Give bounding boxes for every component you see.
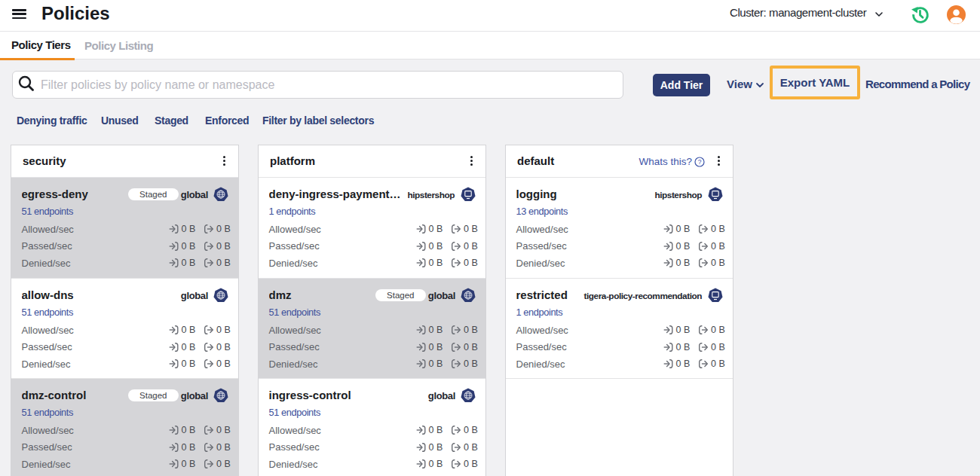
svg-text:?: ? [698,158,702,166]
